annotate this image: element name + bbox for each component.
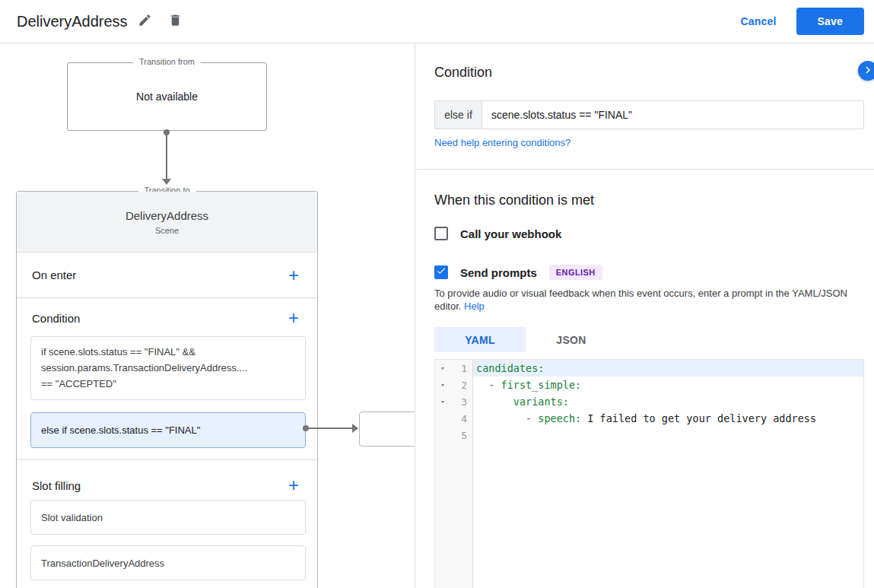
panel-title: Condition — [434, 65, 492, 81]
fold-arrow-icon[interactable]: ▾ — [437, 364, 448, 372]
condition-connector-arrowhead — [352, 424, 358, 433]
line-number: 3 — [448, 396, 472, 408]
line-number: 2 — [448, 380, 472, 391]
webhook-option-row: Call your webhook — [434, 227, 561, 240]
scene-diagram-panel: Transition from Not available Transition… — [0, 43, 415, 588]
webhook-checkbox[interactable] — [434, 227, 448, 240]
fold-arrow-icon[interactable]: ▾ — [437, 398, 448, 405]
condition-prefix-label: else if — [435, 101, 482, 129]
slot-item-1[interactable]: Slot validation — [30, 500, 306, 535]
code-token-key: speech: — [538, 412, 581, 424]
code-token-plain: I failed to get your delivery address — [581, 412, 816, 424]
condition-help-link[interactable]: Need help entering conditions? — [434, 137, 570, 148]
page-title: DeliveryAddress — [17, 13, 128, 30]
condition-expression-row: else if — [434, 100, 864, 129]
transition-target-box[interactable] — [359, 412, 415, 447]
condition-section-header: Condition + — [17, 298, 317, 338]
help-link[interactable]: Help — [464, 300, 485, 312]
slot-filling-section-header: Slot filling + — [17, 467, 317, 504]
editor-gutter-line: 5 — [435, 427, 472, 443]
editor-code[interactable]: candidates: - first_simple: variants: - … — [473, 360, 863, 588]
panel-divider — [416, 169, 874, 170]
slot-item-2[interactable]: TransactionDeliveryAddress — [30, 545, 306, 580]
scene-title: DeliveryAddress — [17, 209, 317, 222]
code-line[interactable] — [473, 427, 863, 443]
on-enter-label: On enter — [32, 269, 76, 281]
transition-from-content: Not available — [136, 91, 198, 103]
header: DeliveryAddress Cancel Save — [0, 0, 874, 43]
send-prompts-checkbox[interactable] — [434, 265, 448, 279]
condition-editor-panel: Condition else if Need help entering con… — [416, 43, 874, 588]
trash-icon — [168, 13, 183, 30]
code-token-plain — [476, 396, 513, 408]
code-line[interactable]: variants: — [473, 393, 863, 410]
edit-button[interactable] — [132, 8, 158, 34]
code-token-meta: - — [526, 412, 538, 424]
webhook-label[interactable]: Call your webhook — [460, 227, 561, 240]
cancel-button[interactable]: Cancel — [740, 15, 776, 27]
add-slot-button[interactable]: + — [285, 476, 302, 494]
pencil-icon — [138, 13, 152, 30]
send-prompts-label[interactable]: Send prompts — [460, 266, 537, 279]
condition-connector-line — [308, 427, 352, 429]
fold-arrow-icon[interactable]: ▾ — [437, 381, 448, 389]
editor-format-tabs: YAML JSON — [434, 327, 617, 352]
transition-from-label: Transition from — [133, 57, 201, 66]
prompts-description-text: To provide audio or visual feedback when… — [434, 288, 847, 312]
code-token-plain — [476, 379, 488, 391]
editor-gutter-line: ▾1 — [435, 360, 472, 377]
editor-gutter-line: ▾3 — [435, 393, 472, 410]
line-number: 4 — [448, 413, 472, 424]
code-token-key: first_simple: — [501, 379, 582, 391]
code-token-key: variants: — [513, 396, 569, 408]
save-button[interactable]: Save — [796, 8, 865, 35]
connector-dot — [164, 129, 170, 135]
condition-met-title: When this condition is met — [434, 192, 594, 208]
code-line[interactable]: - first_simple: — [473, 377, 863, 393]
code-token-key: candidates: — [476, 362, 544, 374]
condition-expression-input[interactable] — [482, 101, 863, 129]
condition-item-2-selected[interactable]: else if scene.slots.status == "FINAL" — [30, 412, 306, 448]
language-badge: ENGLISH — [549, 265, 602, 280]
scene-card-header[interactable]: DeliveryAddress Scene — [17, 192, 317, 253]
add-condition-button[interactable]: + — [285, 309, 302, 327]
prompts-option-row: Send prompts ENGLISH — [434, 265, 602, 280]
editor-gutter-line: 4 — [435, 410, 472, 427]
checkmark-icon — [436, 265, 447, 279]
line-number: 1 — [448, 363, 472, 374]
transition-from-box: Transition from Not available — [67, 62, 267, 131]
editor-gutter-line: ▾2 — [435, 377, 472, 393]
slot-filling-label: Slot filling — [32, 479, 81, 492]
yaml-code-editor[interactable]: ▾1▾2▾345 candidates: - first_simple: var… — [434, 359, 864, 588]
code-line[interactable]: - speech: I failed to get your delivery … — [473, 410, 863, 427]
scene-subtitle: Scene — [17, 226, 317, 235]
tab-yaml[interactable]: YAML — [434, 327, 526, 352]
add-on-enter-button[interactable]: + — [285, 266, 302, 284]
connector-line — [166, 135, 167, 179]
tab-json[interactable]: JSON — [526, 327, 617, 352]
code-line[interactable]: candidates: — [473, 360, 863, 377]
prompts-description: To provide audio or visual feedback when… — [434, 287, 857, 313]
editor-gutter: ▾1▾2▾345 — [435, 360, 473, 588]
chevron-right-icon — [861, 63, 874, 79]
line-number: 5 — [448, 430, 472, 441]
section-divider — [17, 459, 317, 460]
collapse-panel-button[interactable] — [858, 61, 874, 81]
condition-section-label: Condition — [32, 312, 80, 325]
code-token-meta: - — [488, 379, 501, 391]
scene-card: Transition to DeliveryAddress Scene On e… — [16, 191, 318, 588]
condition-item-1[interactable]: if scene.slots.status == "FINAL" && sess… — [30, 336, 306, 400]
code-token-plain — [476, 412, 526, 424]
delete-button[interactable] — [163, 8, 189, 34]
on-enter-row: On enter + — [17, 253, 317, 298]
connector-arrowhead — [162, 179, 171, 185]
